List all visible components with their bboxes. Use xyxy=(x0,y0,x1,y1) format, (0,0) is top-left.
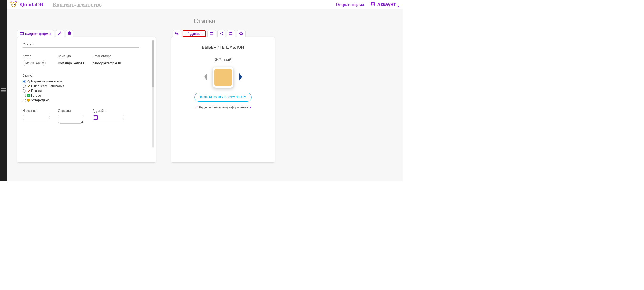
svg-point-4 xyxy=(13,4,13,5)
calendar-icon[interactable] xyxy=(94,115,98,120)
status-option[interactable]: Готово xyxy=(23,94,151,97)
deadline-field-label: Дедлайн xyxy=(93,109,140,113)
radio-input[interactable] xyxy=(23,85,26,88)
logo-icon[interactable] xyxy=(10,1,18,9)
radio-input[interactable] xyxy=(23,80,26,83)
status-option-label: Готово xyxy=(31,94,41,97)
svg-rect-23 xyxy=(229,33,232,35)
status-option-label: Правки xyxy=(31,89,42,93)
status-option[interactable]: Утверждено xyxy=(23,98,151,102)
check-icon xyxy=(27,94,30,97)
heart-icon xyxy=(27,99,30,102)
edit-theme-link[interactable]: Редактировать тему оформления xyxy=(195,106,252,109)
status-option-label: Утверждено xyxy=(31,98,49,102)
radio-input[interactable] xyxy=(23,99,26,102)
svg-line-11 xyxy=(29,82,30,83)
team-label: Команда xyxy=(58,54,93,58)
tab-form-widget-label: Виджет формы xyxy=(25,32,51,36)
svg-point-15 xyxy=(175,32,177,34)
tab-preview[interactable] xyxy=(237,30,246,37)
shield-icon xyxy=(68,31,71,36)
scrollbar[interactable] xyxy=(152,40,154,148)
chevron-down-icon xyxy=(249,107,251,108)
status-option[interactable]: Правки xyxy=(23,89,151,93)
left-tabs: Виджет формы xyxy=(17,30,156,37)
account-icon xyxy=(370,1,375,8)
app-header: QuintaDB Контент-агентство Открыть порта… xyxy=(7,0,402,9)
brand-name[interactable]: QuintaDB xyxy=(20,2,43,8)
email-value: belov@example.ru xyxy=(93,61,140,65)
sidebar-rail xyxy=(0,0,7,181)
svg-rect-9 xyxy=(20,33,23,35)
chevron-down-icon xyxy=(397,6,399,7)
svg-point-10 xyxy=(28,80,29,82)
window-icon xyxy=(210,32,213,36)
form-preview-card: Автор Белов Виктор Команда Команда Белов… xyxy=(17,37,156,163)
edit-theme-label: Редактировать тему оформления xyxy=(199,106,248,109)
layers-icon xyxy=(229,32,233,36)
team-value: Команда Белова xyxy=(58,61,93,65)
svg-rect-0 xyxy=(1,88,6,89)
account-menu[interactable]: Аккаунт xyxy=(370,1,399,8)
email-label: Email автора xyxy=(93,54,140,58)
status-label: Статус xyxy=(23,74,151,77)
tab-design[interactable]: Дизайн xyxy=(183,30,206,37)
menu-icon[interactable] xyxy=(1,88,6,93)
status-option-label: Изучение материала xyxy=(31,80,62,83)
project-name[interactable]: Контент-агентство xyxy=(53,1,102,8)
svg-rect-18 xyxy=(210,33,213,35)
tab-design-label: Дизайн xyxy=(190,32,203,36)
next-theme-button[interactable] xyxy=(238,73,243,82)
desc-field-label: Описание xyxy=(58,109,93,113)
gears-icon xyxy=(175,31,179,36)
status-option-label: В процессе написания xyxy=(31,84,64,88)
wrench-icon xyxy=(58,31,62,36)
theme-name: Жёлтый xyxy=(176,57,270,62)
svg-point-16 xyxy=(177,33,178,35)
tab-rules[interactable] xyxy=(227,30,235,37)
svg-rect-14 xyxy=(95,117,97,119)
template-heading: ВЫБЕРИТЕ ШАБЛОН xyxy=(176,45,270,49)
theme-swatch[interactable] xyxy=(213,67,233,88)
svg-point-7 xyxy=(372,3,374,4)
tab-shield[interactable] xyxy=(66,30,73,37)
form-name-input[interactable] xyxy=(23,42,139,48)
open-portal-link[interactable]: Открыть портал xyxy=(336,3,364,7)
account-label: Аккаунт xyxy=(377,2,396,7)
design-panel: ВЫБЕРИТЕ ШАБЛОН Жёлтый ИСПОЛЬЗОВАТЬ ЭТУ … xyxy=(171,37,275,163)
svg-point-5 xyxy=(14,4,15,5)
search-icon xyxy=(27,80,30,83)
svg-rect-2 xyxy=(1,91,6,92)
share-icon xyxy=(220,32,223,36)
title-input[interactable] xyxy=(23,115,50,120)
tab-form-widget[interactable]: Виджет формы xyxy=(17,30,54,37)
right-tabs: Дизайн xyxy=(173,30,275,37)
svg-rect-1 xyxy=(1,90,6,90)
brush-icon xyxy=(186,32,189,36)
eye-icon xyxy=(239,32,243,36)
author-select[interactable]: Белов Виктор xyxy=(23,60,46,66)
theme-color-preview xyxy=(214,69,232,86)
radio-input[interactable] xyxy=(23,89,26,93)
page-title: Статьи xyxy=(7,17,402,25)
pencil-icon xyxy=(27,89,30,92)
tab-records[interactable] xyxy=(207,30,216,37)
prev-theme-button[interactable] xyxy=(203,73,208,82)
description-textarea[interactable] xyxy=(58,115,83,124)
pencil-icon xyxy=(27,85,30,88)
tab-share[interactable] xyxy=(217,30,225,37)
radio-input[interactable] xyxy=(23,94,26,97)
window-icon xyxy=(20,32,24,36)
title-field-label: Название xyxy=(23,109,58,113)
tab-wrench[interactable] xyxy=(56,30,64,37)
author-label: Автор xyxy=(23,54,58,58)
tab-builder[interactable] xyxy=(173,30,181,37)
status-option[interactable]: Изучение материала xyxy=(23,80,151,83)
use-theme-button[interactable]: ИСПОЛЬЗОВАТЬ ЭТУ ТЕМУ xyxy=(194,93,252,102)
status-option[interactable]: В процессе написания xyxy=(23,84,151,88)
